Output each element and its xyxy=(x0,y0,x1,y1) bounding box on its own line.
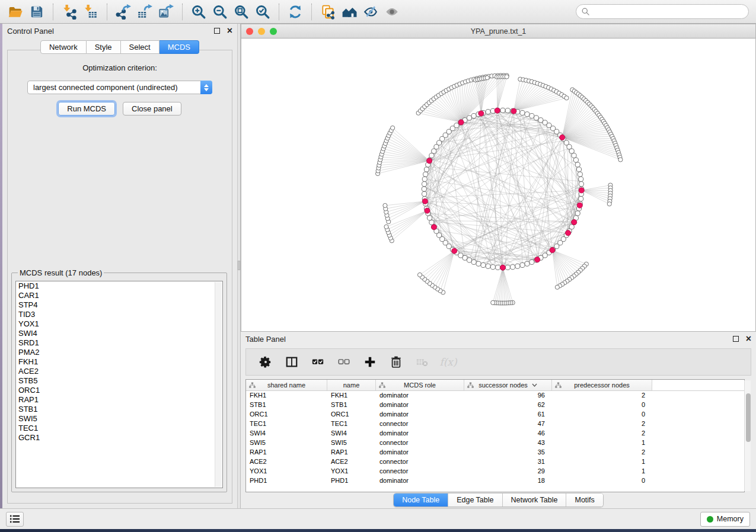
open-button[interactable] xyxy=(5,2,26,21)
network-node[interactable] xyxy=(467,116,471,120)
mcds-result-item[interactable]: STB5 xyxy=(16,376,222,386)
mcds-node[interactable] xyxy=(458,120,464,125)
mcds-list-scrollbar[interactable] xyxy=(215,282,222,487)
network-node[interactable] xyxy=(572,153,576,158)
table-row[interactable]: SWI5SWI5connector431 xyxy=(246,438,744,448)
network-node[interactable] xyxy=(471,113,476,118)
mcds-result-item[interactable]: SRD1 xyxy=(16,338,222,348)
mcds-node[interactable] xyxy=(425,208,430,213)
zoom-in-button[interactable] xyxy=(188,2,209,21)
zoom-out-button[interactable] xyxy=(209,2,231,21)
network-node[interactable] xyxy=(529,113,534,118)
delete-row-button[interactable] xyxy=(387,353,405,371)
network-node[interactable] xyxy=(529,259,534,264)
network-node[interactable] xyxy=(417,273,422,277)
network-node[interactable] xyxy=(429,220,434,225)
mcds-node[interactable] xyxy=(426,158,432,164)
mcds-result-item[interactable]: PHD1 xyxy=(16,281,222,291)
deselect-all-button[interactable] xyxy=(335,353,353,371)
hide-selected-button[interactable] xyxy=(360,2,381,21)
zoom-fit-button[interactable] xyxy=(231,2,252,21)
tab-mcds[interactable]: MCDS xyxy=(160,40,199,54)
mcds-node[interactable] xyxy=(422,198,428,204)
close-table-panel-icon[interactable]: × xyxy=(746,336,751,342)
column-header-name[interactable]: name xyxy=(327,380,376,390)
table-row[interactable]: PHD1PHD1dominator180 xyxy=(246,476,744,486)
network-node[interactable] xyxy=(423,172,428,177)
mcds-result-item[interactable]: STB1 xyxy=(16,405,222,414)
mcds-result-item[interactable]: STP4 xyxy=(16,300,222,310)
network-node[interactable] xyxy=(427,216,432,220)
network-node[interactable] xyxy=(476,261,481,266)
network-node[interactable] xyxy=(505,75,509,79)
table-row[interactable]: ACE2ACE2connector311 xyxy=(246,457,744,467)
mcds-node[interactable] xyxy=(550,248,555,253)
table-scrollbar-thumb[interactable] xyxy=(746,393,751,442)
network-window-titlebar[interactable]: YPA_prune.txt_1 xyxy=(241,24,755,39)
network-node[interactable] xyxy=(569,149,574,153)
network-node[interactable] xyxy=(607,202,611,206)
splitter-handle[interactable] xyxy=(238,261,240,270)
mcds-node[interactable] xyxy=(495,108,500,113)
network-node[interactable] xyxy=(467,258,471,262)
optimization-criterion-select[interactable]: largest connected component (undirected) xyxy=(27,81,212,94)
mcds-result-item[interactable]: RAP1 xyxy=(16,395,222,405)
show-all-button[interactable] xyxy=(381,2,403,21)
zoom-selected-button[interactable] xyxy=(252,2,273,21)
network-node[interactable] xyxy=(579,197,583,201)
export-network-button[interactable] xyxy=(113,2,134,21)
mcds-node[interactable] xyxy=(577,203,582,208)
save-button[interactable] xyxy=(26,2,47,21)
network-node[interactable] xyxy=(575,211,580,216)
network-node[interactable] xyxy=(555,285,559,289)
mcds-result-item[interactable]: ACE2 xyxy=(16,367,222,376)
tab-network[interactable]: Network xyxy=(40,40,87,54)
add-row-button[interactable] xyxy=(361,353,379,371)
network-node[interactable] xyxy=(575,162,580,167)
network-node[interactable] xyxy=(511,265,515,270)
network-node[interactable] xyxy=(424,167,429,172)
network-node[interactable] xyxy=(576,167,581,172)
import-network-button[interactable] xyxy=(59,2,80,21)
table-row[interactable]: ORC1ORC1dominator610 xyxy=(246,410,744,419)
network-node[interactable] xyxy=(520,262,525,267)
memory-button[interactable]: Memory xyxy=(700,512,750,527)
tab-node-table[interactable]: Node Table xyxy=(394,493,448,507)
network-node[interactable] xyxy=(496,265,500,270)
network-node[interactable] xyxy=(422,187,426,191)
select-all-button[interactable] xyxy=(309,353,327,371)
network-node[interactable] xyxy=(505,265,510,270)
mcds-result-item[interactable]: YOX1 xyxy=(16,319,222,329)
mcds-node[interactable] xyxy=(511,108,516,114)
mcds-node[interactable] xyxy=(452,248,457,254)
settings-button[interactable] xyxy=(257,353,275,371)
network-node[interactable] xyxy=(500,108,505,113)
mcds-node[interactable] xyxy=(431,225,436,230)
network-node[interactable] xyxy=(391,126,395,130)
network-node[interactable] xyxy=(520,110,525,115)
clone-network-button[interactable] xyxy=(317,2,339,21)
table-row[interactable]: TEC1TEC1connector472 xyxy=(246,419,744,429)
run-mcds-button[interactable]: Run MCDS xyxy=(58,102,115,116)
network-canvas[interactable] xyxy=(241,39,755,331)
tab-network-table[interactable]: Network Table xyxy=(502,493,566,507)
network-node[interactable] xyxy=(579,177,583,181)
table-row[interactable]: SWI4SWI4dominator462 xyxy=(246,429,744,438)
mcds-node[interactable] xyxy=(560,134,565,140)
network-node[interactable] xyxy=(525,112,529,117)
task-history-button[interactable] xyxy=(6,512,24,527)
network-node[interactable] xyxy=(486,110,490,114)
mcds-result-item[interactable]: ORC1 xyxy=(16,386,222,395)
network-node[interactable] xyxy=(486,264,490,268)
network-node[interactable] xyxy=(534,116,538,120)
network-node[interactable] xyxy=(490,265,495,270)
network-node[interactable] xyxy=(422,182,426,187)
export-image-button[interactable] xyxy=(155,2,177,21)
tab-motifs[interactable]: Motifs xyxy=(566,493,602,507)
network-node[interactable] xyxy=(618,158,623,162)
network-node[interactable] xyxy=(579,182,583,187)
table-row[interactable]: YOX1YOX1connector291 xyxy=(246,467,744,476)
column-header-shared-name[interactable]: shared name xyxy=(246,380,327,390)
network-node[interactable] xyxy=(578,172,582,177)
tab-select[interactable]: Select xyxy=(121,40,160,54)
